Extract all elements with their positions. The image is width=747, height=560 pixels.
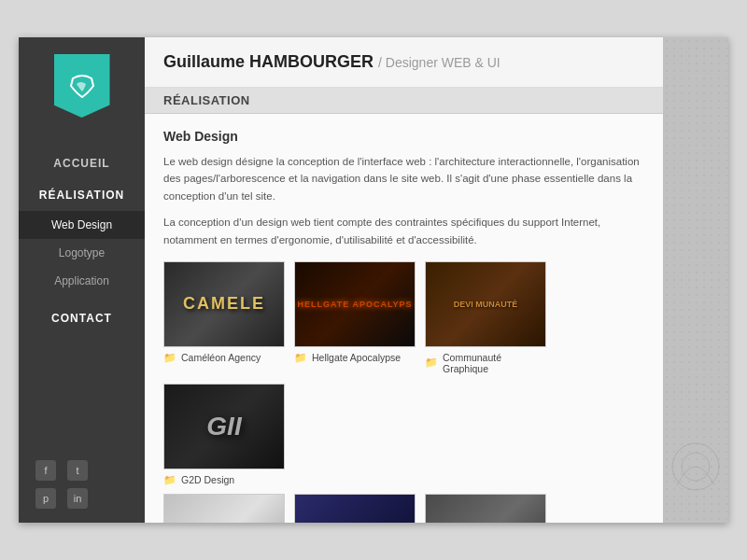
description-paragraph1: Le web design désigne la conception de l… — [163, 153, 644, 204]
linkedin-icon[interactable]: in — [67, 488, 88, 509]
description-paragraph2: La conception d'un design web tient comp… — [163, 214, 644, 248]
logo-badge — [54, 54, 110, 118]
main-content: Guillaume HAMBOURGER / Designer WEB & UI… — [145, 37, 663, 523]
portfolio-thumb-hellgate — [294, 261, 416, 347]
pinterest-icon[interactable]: p — [35, 488, 56, 509]
social-row-bottom: p in — [35, 488, 88, 509]
folder-icon: 📁 — [163, 352, 176, 364]
folder-icon-2: 📁 — [294, 352, 307, 364]
portfolio-label-cameleon: 📁 Caméléon Agency — [163, 352, 285, 364]
section-bar: RÉALISATION — [145, 88, 663, 114]
social-links: f t p in — [19, 460, 145, 509]
logo-area — [19, 37, 145, 138]
twitter-icon[interactable]: t — [67, 460, 88, 481]
sidebar: ACCUEIL RÉALISATION Web Design Logotype … — [19, 37, 145, 523]
portfolio-item-6[interactable] — [294, 494, 416, 523]
portfolio-item-g2d[interactable]: 📁 G2D Design — [163, 384, 285, 486]
folder-icon-3: 📁 — [425, 357, 438, 369]
sidebar-item-accueil[interactable]: ACCUEIL — [19, 147, 145, 179]
portfolio-thumb-g2d — [163, 384, 285, 469]
portfolio-title-communaute: Communauté Graphique — [443, 352, 546, 374]
folder-icon-4: 📁 — [163, 474, 176, 486]
portfolio-label-hellgate: 📁 Hellgate Apocalypse — [294, 352, 416, 364]
right-decorative-panel — [663, 37, 728, 523]
sidebar-item-contact[interactable]: CONTACT — [19, 302, 145, 334]
sidebar-subitem-webdesign[interactable]: Web Design — [19, 211, 145, 239]
header-title: Guillaume HAMBOURGER / Designer WEB & UI — [163, 52, 644, 72]
content-section-title: Web Design — [163, 129, 644, 144]
portfolio-thumb-7: guillaume — [425, 494, 546, 523]
sidebar-subitem-logotype[interactable]: Logotype — [19, 239, 145, 267]
portfolio-thumb-communaute — [425, 261, 546, 347]
portfolio-item-7[interactable]: guillaume — [425, 494, 546, 523]
author-name: Guillaume HAMBOURGER — [163, 52, 374, 71]
portfolio-label-g2d: 📁 G2D Design — [163, 474, 285, 486]
portfolio-item-communaute[interactable]: 📁 Communauté Graphique — [425, 261, 546, 374]
portfolio-thumb-cameleon — [163, 261, 285, 347]
section-bar-label: RÉALISATION — [163, 93, 250, 107]
decorative-svg — [668, 429, 724, 504]
sidebar-item-realisation[interactable]: RÉALISATION — [19, 179, 145, 211]
social-row-top: f t — [35, 460, 88, 481]
portfolio-item-hellgate[interactable]: 📁 Hellgate Apocalypse — [294, 261, 416, 374]
portfolio-item-cameleon[interactable]: 📁 Caméléon Agency — [163, 261, 285, 374]
portfolio-thumb-6 — [294, 494, 416, 523]
facebook-icon[interactable]: f — [35, 460, 56, 481]
main-body: Web Design Le web design désigne la conc… — [145, 114, 663, 523]
portfolio-item-5[interactable] — [163, 494, 285, 523]
sidebar-navigation: ACCUEIL RÉALISATION Web Design Logotype … — [19, 147, 145, 334]
portfolio-title-hellgate: Hellgate Apocalypse — [312, 352, 401, 363]
sidebar-subitem-application[interactable]: Application — [19, 267, 145, 295]
portfolio-grid: 📁 Caméléon Agency 📁 Hellgate Apocalypse … — [163, 261, 644, 486]
author-subtitle: / Designer WEB & UI — [378, 55, 500, 70]
portfolio-label-communaute: 📁 Communauté Graphique — [425, 352, 546, 374]
page-header: Guillaume HAMBOURGER / Designer WEB & UI — [145, 37, 663, 88]
portfolio-title-cameleon: Caméléon Agency — [181, 352, 261, 363]
portfolio-row2: guillaume — [163, 494, 644, 523]
portfolio-thumb-5 — [163, 494, 285, 523]
logo-icon — [67, 71, 97, 101]
portfolio-title-g2d: G2D Design — [181, 474, 234, 485]
